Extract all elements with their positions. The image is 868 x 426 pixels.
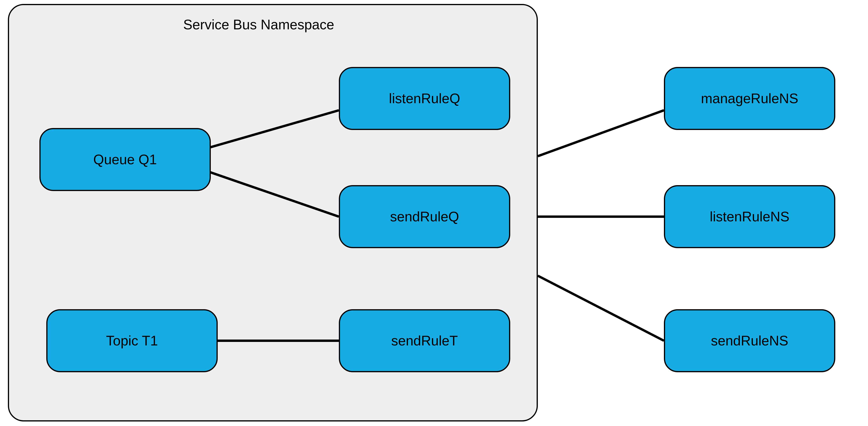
- edge-namespace-to-managerulens: [538, 110, 664, 156]
- manage-rule-ns-label: manageRuleNS: [701, 91, 798, 106]
- listen-rule-ns-label: listenRuleNS: [710, 209, 789, 225]
- manage-rule-ns-node: manageRuleNS: [664, 67, 835, 130]
- diagram-canvas: Service Bus Namespace Queue Q1 Topic T1 …: [0, 0, 868, 426]
- topic-t1-label: Topic T1: [106, 333, 158, 349]
- send-rule-ns-node: sendRuleNS: [664, 309, 835, 372]
- listen-rule-q-node: listenRuleQ: [339, 67, 510, 130]
- send-rule-ns-label: sendRuleNS: [711, 333, 788, 349]
- send-rule-t-label: sendRuleT: [391, 333, 458, 349]
- edge-namespace-to-sendrulens: [538, 276, 664, 341]
- listen-rule-ns-node: listenRuleNS: [664, 185, 835, 248]
- namespace-title: Service Bus Namespace: [183, 17, 334, 32]
- queue-q1-node: Queue Q1: [39, 128, 211, 191]
- send-rule-t-node: sendRuleT: [339, 309, 510, 372]
- send-rule-q-node: sendRuleQ: [339, 185, 510, 248]
- queue-q1-label: Queue Q1: [93, 152, 157, 167]
- listen-rule-q-label: listenRuleQ: [389, 91, 460, 106]
- send-rule-q-label: sendRuleQ: [390, 209, 459, 225]
- topic-t1-node: Topic T1: [46, 309, 218, 372]
